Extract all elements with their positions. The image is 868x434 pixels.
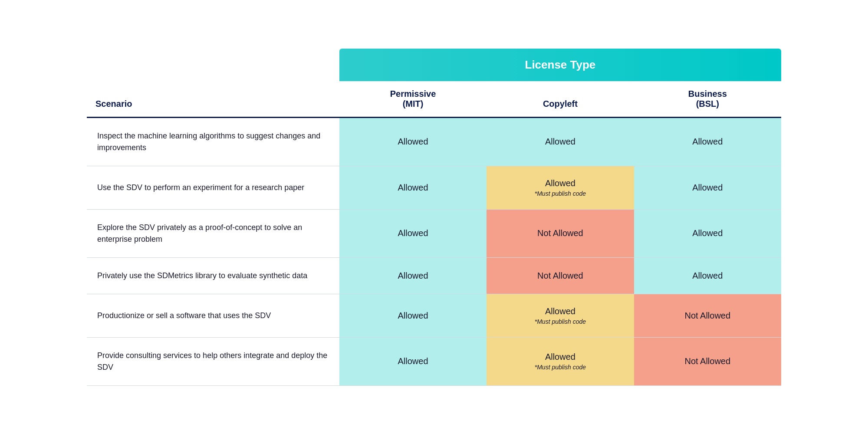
scenario-cell: Productionize or sell a software that us…: [87, 294, 339, 337]
business-status-cell: Allowed: [634, 209, 781, 257]
permissive-status-cell: Allowed: [339, 257, 487, 294]
scenario-column-header: Scenario: [87, 81, 339, 118]
business-status-cell: Allowed: [634, 166, 781, 209]
copyleft-status-cell: Allowed*Must publish code: [487, 166, 634, 209]
scenario-cell: Provide consulting services to help othe…: [87, 337, 339, 385]
cell-note: *Must publish code: [497, 364, 623, 371]
scenario-cell: Explore the SDV privately as a proof-of-…: [87, 209, 339, 257]
table-row: Provide consulting services to help othe…: [87, 337, 781, 385]
scenario-cell: Inspect the machine learning algorithms …: [87, 117, 339, 166]
copyleft-status-cell: Not Allowed: [487, 209, 634, 257]
copyleft-status-cell: Allowed*Must publish code: [487, 294, 634, 337]
business-status-cell: Allowed: [634, 117, 781, 166]
permissive-status-cell: Allowed: [339, 117, 487, 166]
permissive-status-cell: Allowed: [339, 337, 487, 385]
permissive-status-cell: Allowed: [339, 209, 487, 257]
permissive-status-cell: Allowed: [339, 166, 487, 209]
business-status-cell: Allowed: [634, 257, 781, 294]
copyleft-status-cell: Not Allowed: [487, 257, 634, 294]
cell-note: *Must publish code: [497, 318, 623, 325]
permissive-column-header: Permissive (MIT): [339, 81, 487, 118]
copyleft-status-cell: Allowed*Must publish code: [487, 337, 634, 385]
table-row: Privately use the SDMetrics library to e…: [87, 257, 781, 294]
license-type-header: License Type: [339, 49, 781, 81]
scenario-cell: Privately use the SDMetrics library to e…: [87, 257, 339, 294]
copyleft-column-header: Copyleft: [487, 81, 634, 118]
table-row: Inspect the machine learning algorithms …: [87, 117, 781, 166]
table-row: Use the SDV to perform an experiment for…: [87, 166, 781, 209]
business-column-header: Business (BSL): [634, 81, 781, 118]
permissive-status-cell: Allowed: [339, 294, 487, 337]
table-row: Productionize or sell a software that us…: [87, 294, 781, 337]
license-table: License Type Scenario Permissive (MIT) C…: [87, 49, 781, 386]
business-status-cell: Not Allowed: [634, 294, 781, 337]
scenario-cell: Use the SDV to perform an experiment for…: [87, 166, 339, 209]
copyleft-status-cell: Allowed: [487, 117, 634, 166]
business-status-cell: Not Allowed: [634, 337, 781, 385]
license-table-wrapper: License Type Scenario Permissive (MIT) C…: [87, 49, 781, 386]
table-row: Explore the SDV privately as a proof-of-…: [87, 209, 781, 257]
cell-note: *Must publish code: [497, 190, 623, 197]
